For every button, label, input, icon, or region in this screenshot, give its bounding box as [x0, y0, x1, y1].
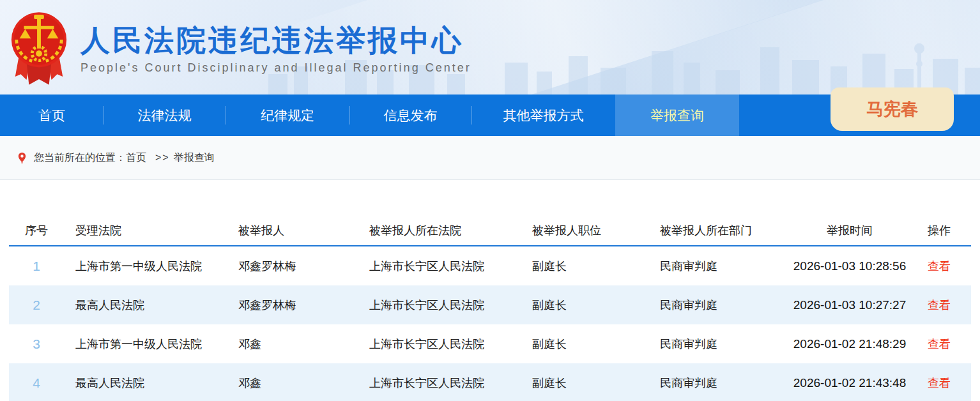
col-header-position: 被举报人职位 — [521, 223, 648, 238]
cell-report-time: 2026-01-03 10:28:56 — [792, 259, 907, 273]
cell-department: 民商审判庭 — [648, 337, 792, 352]
col-header-action: 操作 — [907, 223, 971, 238]
breadcrumb-home-link[interactable]: 首页 — [126, 151, 146, 165]
breadcrumb-separator: >> — [155, 152, 170, 163]
cell-reported-court: 上海市长宁区人民法院 — [358, 375, 521, 391]
nav-item-home[interactable]: 首页 — [0, 95, 103, 136]
cell-position: 副庭长 — [521, 259, 648, 274]
table-body: 1上海市第一中级人民法院邓鑫罗林梅上海市长宁区人民法院副庭长民商审判庭2026-… — [9, 246, 971, 401]
cell-report-time: 2026-01-03 10:27:27 — [792, 298, 907, 312]
nav-item-other-methods[interactable]: 其他举报方式 — [471, 95, 615, 136]
cell-report-time: 2026-01-02 21:43:48 — [792, 376, 907, 390]
cell-action: 查看 — [907, 298, 971, 313]
col-header-department: 被举报人所在部门 — [648, 223, 792, 238]
cell-reported-person: 邓鑫罗林梅 — [227, 298, 358, 313]
cell-report-time: 2026-01-02 21:48:29 — [792, 337, 907, 351]
report-table: 序号 受理法院 被举报人 被举报人所在法院 被举报人职位 被举报人所在部门 举报… — [9, 216, 971, 401]
table-header-row: 序号 受理法院 被举报人 被举报人所在法院 被举报人职位 被举报人所在部门 举报… — [9, 216, 971, 246]
cell-seq: 4 — [9, 375, 64, 391]
table-row: 2最高人民法院邓鑫罗林梅上海市长宁区人民法院副庭长民商审判庭2026-01-03… — [9, 285, 971, 324]
table-row: 1上海市第一中级人民法院邓鑫罗林梅上海市长宁区人民法院副庭长民商审判庭2026-… — [9, 246, 971, 285]
cell-accepting-court: 上海市第一中级人民法院 — [64, 259, 227, 274]
cell-department: 民商审判庭 — [648, 259, 792, 274]
cell-reported-person: 邓鑫 — [227, 375, 358, 391]
site-title: 人民法院违纪违法举报中心 — [80, 24, 471, 57]
col-header-accepting-court: 受理法院 — [64, 223, 227, 238]
nav-item-discipline[interactable]: 纪律规定 — [226, 95, 349, 136]
nav-item-info[interactable]: 信息发布 — [349, 95, 471, 136]
table-row: 3上海市第一中级人民法院邓鑫上海市长宁区人民法院副庭长民商审判庭2026-01-… — [9, 324, 971, 363]
view-link[interactable]: 查看 — [928, 338, 951, 351]
court-emblem-logo — [8, 8, 70, 89]
cell-position: 副庭长 — [521, 298, 648, 313]
cell-seq: 3 — [9, 337, 64, 352]
cell-reported-person: 邓鑫 — [227, 337, 358, 352]
cell-action: 查看 — [907, 259, 971, 274]
col-header-seq: 序号 — [9, 223, 64, 238]
col-header-reported-court: 被举报人所在法院 — [358, 223, 521, 238]
breadcrumb-current: 举报查询 — [174, 151, 215, 165]
cell-accepting-court: 最高人民法院 — [64, 375, 227, 391]
cell-action: 查看 — [907, 337, 971, 352]
cell-department: 民商审判庭 — [648, 298, 792, 313]
cell-position: 副庭长 — [521, 375, 648, 391]
view-link[interactable]: 查看 — [928, 260, 951, 273]
site-subtitle: People's Court Disciplinary and Illegal … — [80, 61, 471, 75]
cell-accepting-court: 最高人民法院 — [64, 298, 227, 313]
view-link[interactable]: 查看 — [928, 377, 951, 390]
header-banner: 人民法院违纪违法举报中心 People's Court Disciplinary… — [0, 0, 980, 95]
breadcrumb: 您当前所在的位置： 首页 >> 举报查询 — [0, 136, 980, 180]
nav-item-report-query[interactable]: 举报查询 — [615, 95, 739, 136]
cell-department: 民商审判庭 — [648, 375, 792, 391]
location-pin-icon — [17, 151, 27, 165]
col-header-reported-person: 被举报人 — [227, 223, 358, 238]
breadcrumb-prefix: 您当前所在的位置： — [34, 151, 126, 165]
cell-accepting-court: 上海市第一中级人民法院 — [64, 337, 227, 352]
cell-seq: 2 — [9, 298, 64, 313]
cell-action: 查看 — [907, 375, 971, 391]
main-nav: 首页 法律法规 纪律规定 信息发布 其他举报方式 举报查询 马宪春 — [0, 95, 980, 136]
table-row: 4最高人民法院邓鑫上海市长宁区人民法院副庭长民商审判庭2026-01-02 21… — [9, 363, 971, 401]
nav-item-laws[interactable]: 法律法规 — [103, 95, 226, 136]
cell-reported-person: 邓鑫罗林梅 — [227, 259, 358, 274]
cell-reported-court: 上海市长宁区人民法院 — [358, 337, 521, 352]
view-link[interactable]: 查看 — [928, 299, 951, 312]
col-header-report-time: 举报时间 — [792, 223, 907, 238]
cell-seq: 1 — [9, 259, 64, 274]
cell-position: 副庭长 — [521, 337, 648, 352]
cell-reported-court: 上海市长宁区人民法院 — [358, 259, 521, 274]
cell-reported-court: 上海市长宁区人民法院 — [358, 298, 521, 313]
user-badge[interactable]: 马宪春 — [831, 87, 954, 131]
